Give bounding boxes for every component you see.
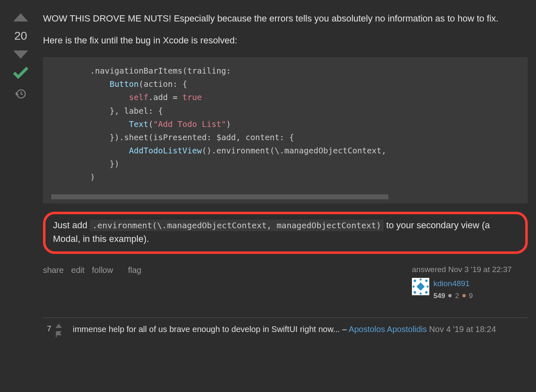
accepted-checkmark-icon (11, 65, 31, 81)
answer-body: WOW THIS DROVE ME NUTS! Especially becau… (43, 12, 528, 47)
svg-point-10 (420, 293, 422, 295)
vote-score: 20 (14, 27, 27, 45)
vote-column: 20 (8, 12, 33, 338)
flag-link[interactable]: flag (128, 264, 141, 276)
comment-vote-column: 7 (43, 323, 68, 338)
rep-score: 549 (433, 291, 445, 301)
answer-content: WOW THIS DROVE ME NUTS! Especially becau… (43, 12, 528, 338)
upvote-icon[interactable] (12, 12, 30, 23)
svg-point-6 (425, 280, 428, 282)
answer-container: 20 WOW THIS DROVE ME NUTS! Especially be… (8, 12, 528, 338)
svg-point-11 (413, 286, 415, 288)
comment-icons (55, 323, 63, 338)
comment-score: 7 (43, 323, 51, 335)
user-info: kdion4891 549 2 9 (412, 278, 528, 301)
svg-point-8 (425, 291, 428, 294)
user-reputation: 549 2 9 (433, 291, 473, 301)
action-links: share edit follow flag (43, 264, 141, 276)
svg-point-9 (420, 279, 422, 281)
comment-row: 7 immense help for all of us brave enoug… (43, 323, 528, 338)
answer-paragraph: Here is the fix until the bug in Xcode i… (43, 33, 528, 47)
answer-paragraph: WOW THIS DROVE ME NUTS! Especially becau… (43, 12, 528, 25)
scrollbar-thumb[interactable] (51, 194, 388, 199)
history-icon[interactable] (15, 88, 26, 99)
user-card: answered Nov 3 '19 at 22:37 (412, 264, 528, 301)
comment-date: Nov 4 '19 at 18:24 (427, 325, 496, 334)
comment-text: immense help for all of us brave enough … (73, 323, 528, 335)
code-scrollbar[interactable] (51, 194, 519, 199)
comment-flag-icon[interactable] (55, 331, 62, 338)
code-content: .navigationBarItems(trailing: Button(act… (51, 65, 519, 184)
code-block: .navigationBarItems(trailing: Button(act… (43, 57, 528, 203)
comment-upvote-icon[interactable] (55, 323, 63, 328)
bronze-badge-count: 9 (469, 291, 473, 301)
inline-code: .environment(\.managedObjectContext, man… (90, 220, 383, 231)
silver-badge-count: 2 (455, 291, 459, 301)
answered-timestamp: answered Nov 3 '19 at 22:37 (412, 264, 528, 276)
user-meta: kdion4891 549 2 9 (433, 278, 473, 301)
highlight-text: Just add .environment(\.managedObjectCon… (53, 218, 518, 246)
svg-point-7 (414, 291, 416, 294)
action-row: share edit follow flag answered Nov 3 '1… (43, 264, 528, 301)
svg-point-5 (414, 280, 416, 282)
edit-link[interactable]: edit (71, 264, 84, 276)
bronze-badge-icon (462, 294, 466, 297)
svg-marker-13 (55, 324, 62, 328)
highlighted-annotation: Just add .environment(\.managedObjectCon… (43, 212, 528, 254)
svg-marker-1 (13, 50, 28, 59)
user-name-link[interactable]: kdion4891 (433, 278, 473, 290)
svg-point-12 (427, 286, 429, 288)
avatar[interactable] (412, 278, 429, 295)
share-link[interactable]: share (43, 264, 64, 276)
comments-section: 7 immense help for all of us brave enoug… (43, 318, 528, 338)
downvote-icon[interactable] (12, 49, 30, 60)
silver-badge-icon (448, 294, 452, 297)
comment-author-link[interactable]: Apostolos Apostolidis (349, 325, 427, 334)
svg-marker-0 (13, 13, 28, 22)
follow-link[interactable]: follow (92, 264, 113, 276)
